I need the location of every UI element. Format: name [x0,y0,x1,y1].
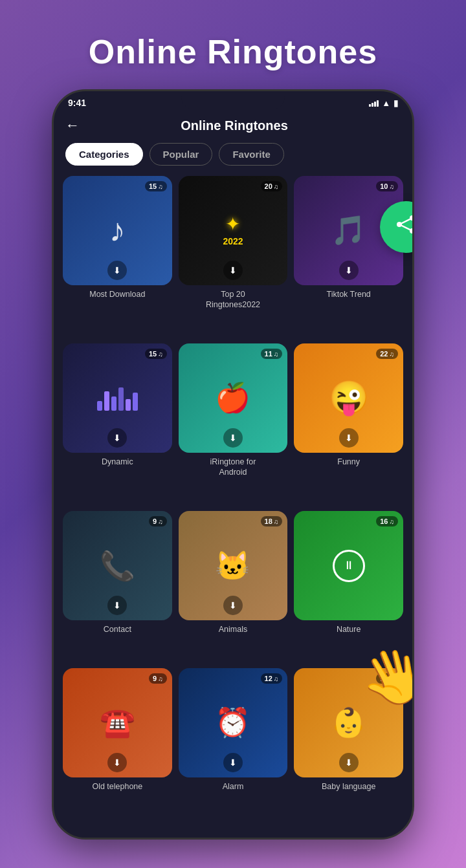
music-note-icon: ♫ [390,183,395,190]
old-phone-icon: ☎️ [100,706,135,739]
card-top20[interactable]: 20 ♫ ✦ 2022 ⬇ [179,176,288,285]
card-label: Top 20Ringtones2022 [206,289,260,310]
music-note-icon: ♫ [274,675,279,682]
card-funny[interactable]: 22 ♫ 😜 ⬇ [294,343,403,453]
download-icon[interactable]: ⬇ [223,261,243,280]
pause-icon: ⏸ [343,559,355,572]
tiktok-music-icon: 🎵 [331,213,366,247]
card-label: Alarm [223,781,244,792]
list-item: 11 ♫ 🍎 ⬇ iRingtone forAndroid [179,343,288,505]
list-item: 16 ♫ ⏸ Nature [294,511,403,662]
music-note-icon: ♫ [390,518,395,525]
card-label: iRingtone forAndroid [210,457,256,478]
card-count-badge: 9 ♫ [149,516,167,526]
card-animals[interactable]: 18 ♫ 🐱 ⬇ [179,511,288,620]
card-label: Nature [337,624,361,635]
card-count-badge: 12 ♫ [261,673,283,684]
svg-line-4 [399,224,412,231]
alarm-clock-icon: ⏰ [215,706,250,739]
download-icon[interactable]: ⬇ [223,753,243,772]
card-label: Tiktok Trend [327,289,371,299]
card-alarm[interactable]: 12 ♫ ⏰ ⬇ [179,668,288,777]
card-label: Old telephone [92,781,142,792]
download-icon[interactable]: ⬇ [223,428,243,448]
list-item: 18 ♫ 🐱 ⬇ Animals [179,511,288,662]
card-nature[interactable]: 16 ♫ ⏸ [294,511,403,620]
card-count-badge: 11 ♫ [261,349,283,359]
card-count-badge: 16 ♫ [376,516,398,526]
card-label: Contact [104,624,131,635]
battery-icon: ▮ [394,98,398,108]
share-icon [394,213,414,241]
signal-icon [369,99,379,107]
equalizer-icon [97,385,138,411]
download-icon[interactable]: ⬇ [339,261,359,280]
card-count-badge: 18 ♫ [261,516,283,526]
tab-popular[interactable]: Popular [150,143,213,166]
music-note-icon: ♫ [158,183,163,190]
music-note-icon: ♫ [158,351,163,358]
card-count-badge: 10 ♫ [376,181,398,191]
status-icons: ▲ ▮ [369,98,398,108]
card-count-badge: 20 ♫ [261,181,283,191]
tab-bar: Categories Popular Favorite [54,143,412,176]
page-title: Online Ringtones [89,32,377,71]
card-dynamic[interactable]: 15 ♫ ⬇ [63,343,172,453]
wifi-icon: ▲ [382,98,390,108]
card-old-telephone[interactable]: 9 ♫ ☎️ ⬇ [63,668,172,777]
svg-line-3 [399,218,412,224]
music-note-icon: ♫ [274,351,279,358]
tab-categories[interactable]: Categories [65,143,143,166]
download-icon[interactable]: ⬇ [107,596,127,615]
card-count-badge: 15 ♫ [145,181,167,191]
header-title: Online Ringtones [87,118,381,133]
notch [181,91,285,109]
play-pause-button[interactable]: ⏸ [333,550,365,582]
list-item: 9 ♫ ☎️ ⬇ Old telephone [63,668,172,819]
tab-favorite[interactable]: Favorite [219,143,283,166]
music-note-icon: ♫ [390,351,395,358]
apple-icon: 🍎 [215,381,250,415]
baby-icon: 👶 [331,706,366,739]
list-item: 15 ♫ ⬇ Dynamic [63,343,172,505]
list-item: 9 ♫ 📞 ⬇ Contact [63,511,172,662]
card-label: Baby language [322,781,375,792]
card-label: Dynamic [102,457,133,467]
download-icon[interactable]: ⬇ [107,753,127,772]
funny-emoji-icon: 😜 [329,379,369,417]
card-label: Most Download [89,289,145,299]
card-contact[interactable]: 9 ♫ 📞 ⬇ [63,511,172,620]
list-item: 22 ♫ 😜 ⬇ Funny [294,343,403,505]
card-count-badge: 15 ♫ [145,349,167,359]
music-note-icon: ♫ [274,183,279,190]
card-count-badge: 9 ♫ [149,673,167,684]
download-icon[interactable]: ⬇ [107,261,127,280]
list-item: 15 ♫ ♪ ⬇ Most Download [63,176,172,337]
download-icon[interactable]: ⬇ [223,596,243,615]
time-display: 9:41 [68,98,86,108]
list-item: 10 ♫ 🎵 ⬇ Tiktok Trend [294,176,403,337]
cat-icon: 🐱 [215,549,250,583]
card-count-badge: 22 ♫ [376,349,398,359]
app-header: ← Online Ringtones [54,111,412,143]
phone-contact-icon: 📞 [100,549,135,583]
download-icon[interactable]: ⬇ [339,428,359,448]
card-label: Funny [337,457,360,467]
phone-frame: 9:41 ▲ ▮ ← Online Ringtones Categories P… [52,89,414,840]
download-icon[interactable]: ⬇ [339,753,359,772]
card-label: Animals [219,624,247,635]
list-item: 20 ♫ ✦ 2022 ⬇ Top 20Ringtones2022 [179,176,288,337]
back-button[interactable]: ← [65,117,80,134]
music-note-icon: ♫ [274,518,279,525]
music-note-icon: ♪ [109,212,126,249]
card-most-download[interactable]: 15 ♫ ♪ ⬇ [63,176,172,285]
music-note-icon: ♫ [158,675,163,682]
card-iringtone[interactable]: 11 ♫ 🍎 ⬇ [179,343,288,453]
download-icon[interactable]: ⬇ [107,428,127,448]
music-note-icon: ♫ [158,518,163,525]
categories-grid: 15 ♫ ♪ ⬇ Most Download 20 ♫ ✦ 2022 [54,176,412,819]
list-item: 12 ♫ ⏰ ⬇ Alarm [179,668,288,819]
